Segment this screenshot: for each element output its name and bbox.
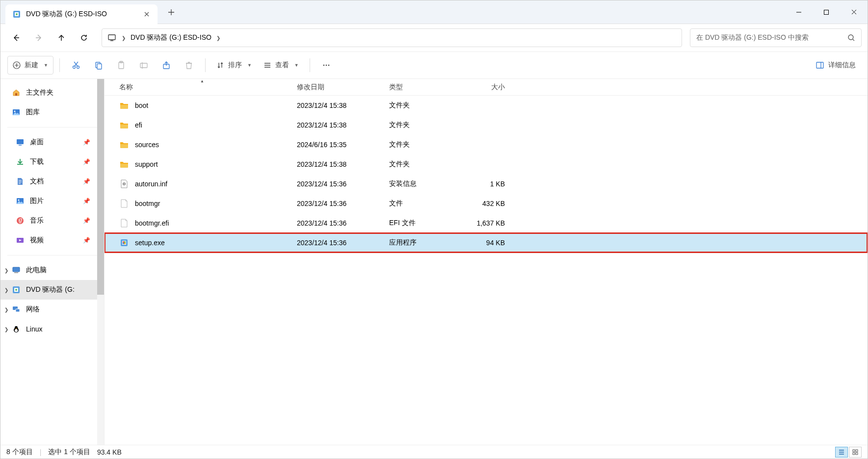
svg-rect-18 [816,62,823,68]
svg-rect-43 [123,243,124,244]
pin-icon: 📌 [83,158,90,165]
share-button[interactable] [156,56,177,75]
chevron-right-icon[interactable]: ❯ [4,287,8,293]
close-icon[interactable] [143,10,151,18]
status-bar: 8 个项目 | 选中 1 个项目 93.4 KB [0,445,868,459]
svg-rect-33 [16,309,20,312]
chevron-right-icon[interactable]: ❯ [122,35,126,41]
svg-rect-41 [123,241,124,243]
sidebar-item-downloads[interactable]: 下载 📌 [0,152,104,172]
chevron-right-icon[interactable]: ❯ [4,307,8,312]
breadcrumb[interactable]: ❯ DVD 驱动器 (G:) ESD-ISO ❯ [102,28,682,47]
sidebar-item-label: 下载 [30,157,44,166]
sidebar-item-label: 主文件夹 [26,88,53,97]
file-name: boot [135,102,148,109]
search-input[interactable]: 在 DVD 驱动器 (G:) ESD-ISO 中搜索 [690,28,862,47]
column-header-size[interactable]: 大小 [459,83,511,92]
breadcrumb-segment[interactable]: DVD 驱动器 (G:) ESD-ISO [131,33,211,42]
file-type: 文件 [383,199,459,208]
sidebar-item-label: Linux [26,325,42,333]
sidebar-item-linux[interactable]: ❯ Linux [0,319,104,339]
dvd-icon [11,285,21,295]
table-row[interactable]: efi2023/12/4 15:38文件夹 [105,115,868,135]
svg-point-5 [848,35,853,40]
linux-icon [11,324,21,334]
svg-point-35 [15,329,18,332]
more-button[interactable] [316,56,337,75]
file-size: 1,637 KB [459,219,511,227]
svg-rect-45 [853,450,855,452]
sidebar-item-dvd[interactable]: ❯ DVD 驱动器 (G: [0,280,104,300]
sidebar-item-desktop[interactable]: 桌面 📌 [0,132,104,152]
svg-rect-19 [15,93,17,96]
sidebar-item-music[interactable]: 音乐 📌 [0,211,104,230]
column-header-type[interactable]: 类型 [383,83,459,92]
dvd-icon [12,10,21,19]
sidebar-item-documents[interactable]: 文档 📌 [0,172,104,191]
minimize-button[interactable] [785,0,813,24]
svg-rect-48 [856,453,858,455]
svg-rect-44 [124,243,126,244]
table-row[interactable]: sources2024/6/16 15:35文件夹 [105,135,868,154]
table-row[interactable]: boot2023/12/4 15:38文件夹 [105,96,868,115]
scrollbar[interactable] [97,79,104,445]
copy-button[interactable] [88,56,109,75]
column-header-name[interactable]: ▲ 名称 [113,83,291,92]
sidebar-item-gallery[interactable]: 图库 [0,102,104,122]
up-button[interactable] [52,28,71,48]
status-size: 93.4 KB [97,448,122,456]
search-placeholder: 在 DVD 驱动器 (G:) ESD-ISO 中搜索 [696,33,842,42]
table-row[interactable]: bootmgr.efi2023/12/4 15:36EFI 文件1,637 KB [105,213,868,233]
file-list: ▲ 名称 修改日期 类型 大小 boot2023/12/4 15:38文件夹ef… [105,79,868,445]
svg-rect-4 [108,35,115,40]
svg-rect-22 [17,139,24,144]
file-date: 2024/6/16 15:35 [291,141,383,149]
back-button[interactable] [6,28,26,48]
chevron-right-icon[interactable]: ❯ [216,35,220,41]
table-row[interactable]: support2023/12/4 15:38文件夹 [105,154,868,174]
monitor-icon [107,33,117,43]
divider [7,255,97,255]
sidebar-item-this-pc[interactable]: ❯ 此电脑 [0,260,104,280]
file-date: 2023/12/4 15:36 [291,239,383,247]
sidebar-item-label: 桌面 [30,138,44,147]
table-row[interactable]: bootmgr2023/12/4 15:36文件432 KB [105,194,868,213]
new-button[interactable]: 新建 ▼ [7,56,53,75]
cut-button[interactable] [66,56,86,75]
file-type: 文件夹 [383,160,459,169]
new-tab-button[interactable] [162,3,180,21]
svg-rect-42 [124,241,126,243]
table-row[interactable]: autorun.inf2023/12/4 15:36安装信息1 KB [105,174,868,194]
sort-button[interactable]: 排序 ▼ [211,56,257,75]
refresh-button[interactable] [74,28,94,48]
tab-active[interactable]: DVD 驱动器 (G:) ESD-ISO [5,4,158,24]
file-icon [119,199,129,208]
column-header-date[interactable]: 修改日期 [291,83,383,92]
delete-button [179,56,199,75]
list-view-button[interactable] [835,447,848,458]
download-icon [15,157,25,167]
sidebar-item-videos[interactable]: 视频 📌 [0,230,104,250]
file-type: 安装信息 [383,179,459,188]
sidebar-item-label: 视频 [30,236,44,245]
close-window-button[interactable] [840,0,868,24]
sidebar-item-label: 音乐 [30,216,44,225]
sidebar-item-network[interactable]: ❯ 网络 [0,300,104,319]
file-date: 2023/12/4 15:36 [291,219,383,227]
pin-icon: 📌 [83,237,90,244]
sidebar-item-pictures[interactable]: 图片 📌 [0,191,104,211]
grid-view-button[interactable] [849,447,862,458]
search-icon [847,34,855,42]
forward-button [29,28,49,48]
maximize-button[interactable] [813,0,840,24]
file-date: 2023/12/4 15:38 [291,121,383,129]
gallery-icon [11,107,21,117]
chevron-right-icon[interactable]: ❯ [4,327,8,332]
svg-rect-3 [824,10,829,14]
table-row[interactable]: setup.exe2023/12/4 15:36应用程序94 KB [105,233,868,253]
chevron-right-icon[interactable]: ❯ [4,268,8,273]
sidebar-item-home[interactable]: 主文件夹 [0,83,104,102]
view-button[interactable]: 查看 ▼ [259,56,304,75]
pc-icon [11,265,21,275]
details-pane-button[interactable]: 详细信息 [811,56,861,75]
